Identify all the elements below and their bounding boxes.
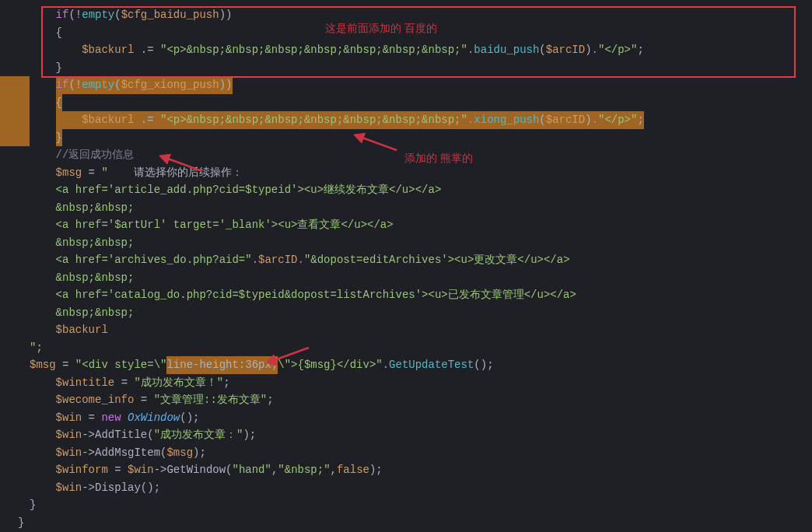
code-line: $msg = " 请选择你的后续操作： [6,164,812,182]
code-line: <a href='catalog_do.php?cid=$typeid&dopo… [6,286,812,304]
svg-line-1 [360,137,397,150]
annotation-text-xiong: 添加的 熊掌的 [404,152,473,166]
code-editor[interactable]: if(!empty($cfg_baidu_push)) { $backurl .… [0,0,812,532]
code-line: $wecome_info = "文章管理::发布文章"; [6,391,812,409]
code-line: $backurl [6,321,812,339]
code-line: &nbsp;&nbsp; [6,199,812,217]
code-line: $win->AddTitle("成功发布文章："); [6,426,812,444]
code-line: &nbsp;&nbsp; [6,234,812,252]
code-line: <a href='article_add.php?cid=$typeid'><u… [6,181,812,199]
code-line: } [6,129,812,147]
code-line: &nbsp;&nbsp; [6,269,812,287]
code-line: $win->AddMsgItem($msg); [6,444,812,462]
code-line: $winform = $win->GetWindow("hand","&nbsp… [6,461,812,479]
code-line: $win = new OxWindow(); [6,409,812,427]
code-line: <a href='$artUrl' target='_blank'><u>查看文… [6,216,812,234]
code-line: } [6,496,812,514]
code-line: <a href='archives_do.php?aid=".$arcID."&… [6,251,812,269]
code-line: $backurl .= "<p>&nbsp;&nbsp;&nbsp;&nbsp;… [6,111,812,129]
annotation-text-baidu: 这是前面添加的 百度的 [325,22,437,36]
code-line: $win->Display(); [6,479,812,497]
arrow-icon [159,152,206,175]
arrow-icon [354,131,401,154]
code-line: } [6,514,812,532]
code-line: $msg = "<div style=\"line-height:36px;\"… [6,356,812,374]
svg-line-2 [272,348,309,361]
arrow-icon [266,344,313,367]
annotation-box-baidu [41,6,796,78]
code-line: $wintitle = "成功发布文章！"; [6,374,812,392]
svg-line-0 [166,158,202,171]
code-line: { [6,94,812,112]
code-line: "; [6,339,812,357]
code-line: &nbsp;&nbsp; [6,304,812,322]
code-line: if(!empty($cfg_xiong_push)) [6,76,812,94]
